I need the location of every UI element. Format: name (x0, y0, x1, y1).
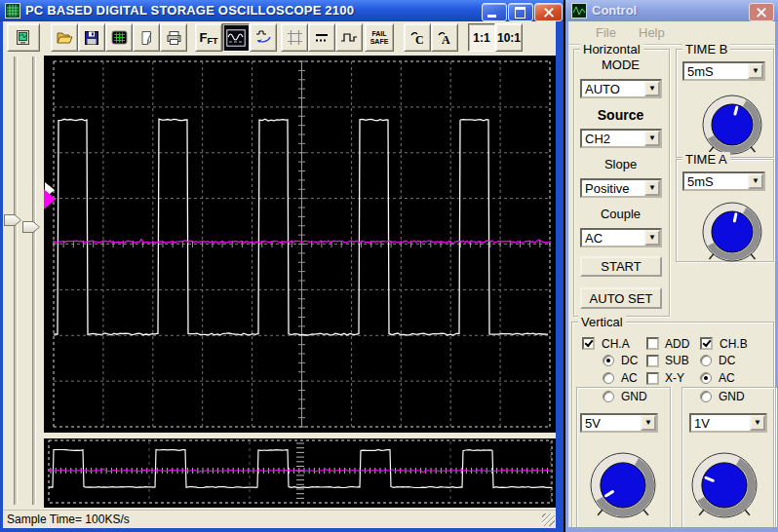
celsius-button[interactable]: C (404, 23, 431, 52)
line-style-button[interactable] (308, 23, 335, 52)
chb-ac-radio[interactable] (700, 372, 712, 384)
page-icon (138, 30, 154, 46)
dashed-line-icon (314, 31, 330, 45)
sub-checkbox[interactable] (646, 355, 659, 367)
time-a-select[interactable]: 5mS ▼ (682, 171, 765, 191)
horizontal-group-label: Horizontal (580, 42, 643, 57)
slope-value: Positive (585, 181, 630, 196)
chevron-down-icon[interactable]: ▼ (748, 63, 763, 79)
temp-c-icon: C (408, 29, 426, 47)
cha-gnd-radio[interactable] (603, 391, 614, 402)
cha-range-select[interactable]: 5V ▼ (580, 413, 658, 433)
slope-select[interactable]: Positive ▼ (580, 178, 662, 198)
open-folder-icon (57, 30, 73, 45)
cha-checkbox-label: CH.A (602, 337, 630, 351)
time-a-group: TIME A 5mS ▼ (676, 159, 774, 262)
fft-sub-label: FT (207, 36, 217, 46)
cha-dc-radio[interactable] (603, 355, 614, 366)
save-icon (84, 30, 99, 46)
pulse-button[interactable] (335, 23, 363, 52)
chevron-down-icon[interactable]: ▼ (641, 415, 656, 431)
print-button[interactable] (160, 23, 187, 52)
fft-button[interactable]: FFT (195, 23, 222, 52)
xy-checkbox[interactable] (646, 372, 659, 385)
vertical-group: Vertical CH.A ADD CH.B DC SUB DC AC X-Y … (571, 322, 774, 532)
time-a-knob[interactable] (693, 193, 771, 271)
time-b-group-label: TIME B (682, 42, 730, 57)
time-b-select[interactable]: 5mS ▼ (682, 61, 765, 81)
ampere-button[interactable]: A (431, 23, 458, 52)
add-checkbox[interactable] (646, 337, 659, 350)
time-a-group-label: TIME A (682, 152, 730, 167)
ratio-1-1-label: 1:1 (473, 31, 489, 45)
chb-checkbox-label: CH.B (720, 337, 748, 351)
notes-button[interactable] (133, 23, 160, 52)
chb-gnd-radio[interactable] (700, 391, 712, 402)
save-button[interactable] (78, 23, 105, 52)
chevron-down-icon[interactable]: ▼ (644, 81, 660, 96)
slope-label: Slope (574, 157, 667, 171)
preview-scope-display (44, 438, 556, 508)
position-slider-track-1[interactable] (14, 57, 18, 505)
control-close-button[interactable] (749, 3, 774, 21)
ratio-1-1-button[interactable]: 1:1 (468, 23, 495, 52)
chb-dc-label: DC (719, 354, 735, 367)
close-button[interactable] (534, 3, 563, 21)
control-titlebar: Control (565, 0, 778, 21)
cha-checkbox[interactable] (582, 337, 595, 350)
device-icon (15, 29, 32, 47)
chevron-down-icon[interactable]: ▼ (644, 180, 660, 196)
fail-safe-button[interactable]: FAILSAFE (365, 23, 394, 52)
chevron-down-icon[interactable]: ▼ (750, 415, 765, 431)
sample-rate-text: Sample Time= 100KS/s (7, 513, 130, 526)
cha-gain-knob[interactable] (582, 444, 664, 526)
menu-help[interactable]: Help (639, 25, 665, 40)
maximize-button[interactable] (508, 3, 533, 21)
mode-select[interactable]: AUTO ▼ (580, 79, 662, 98)
control-app-icon (571, 3, 587, 19)
chb-checkbox[interactable] (700, 337, 713, 350)
chb-gain-knob[interactable] (683, 444, 765, 526)
couple-value: AC (585, 231, 603, 246)
cha-gnd-label: GND (621, 390, 647, 403)
app-icon (5, 3, 20, 19)
toolbar: FFT (3, 21, 556, 54)
chevron-down-icon[interactable]: ▼ (644, 230, 660, 246)
resize-grip[interactable] (542, 513, 555, 526)
chevron-down-icon[interactable]: ▼ (644, 131, 660, 146)
source-label: Source (574, 107, 667, 123)
display-button[interactable] (105, 23, 133, 52)
window-title: PC BASED DIGITAL STORAGE OSCILLOSCOPE 21… (25, 3, 354, 18)
position-slider-track-2[interactable] (32, 57, 36, 505)
minimize-button[interactable] (482, 3, 507, 21)
frame-button[interactable] (281, 23, 308, 52)
menu-file[interactable]: File (596, 25, 616, 40)
start-button[interactable]: START (580, 256, 662, 277)
square-wave-icon (340, 30, 358, 45)
add-checkbox-label: ADD (665, 337, 689, 351)
undo-wave-icon (254, 29, 272, 46)
recall-wave-button[interactable] (250, 23, 277, 52)
time-b-group: TIME B 5mS ▼ (676, 49, 774, 158)
svg-text:C: C (415, 33, 424, 47)
chevron-down-icon[interactable]: ▼ (748, 173, 763, 189)
ratio-10-1-button[interactable]: 10:1 (495, 23, 523, 52)
ch1-trace (54, 119, 548, 335)
auto-set-button[interactable]: AUTO SET (580, 287, 662, 309)
chb-ac-label: AC (719, 371, 735, 385)
oscilloscope-window: PC BASED DIGITAL STORAGE OSCILLOSCOPE 21… (0, 0, 564, 532)
source-select[interactable]: CH2 ▼ (580, 129, 662, 148)
device-button[interactable] (7, 23, 40, 52)
couple-select[interactable]: AC ▼ (580, 228, 662, 247)
chb-range-select[interactable]: 1V ▼ (689, 413, 767, 433)
cha-ac-radio[interactable] (603, 372, 614, 384)
waveform-display-button[interactable] (222, 23, 250, 52)
fail-safe-label-1: FAIL (370, 30, 389, 38)
mode-label: MODE (574, 57, 667, 72)
control-bottom-border (565, 527, 778, 532)
open-button[interactable] (51, 23, 78, 52)
horizontal-group: Horizontal MODE AUTO ▼ Source CH2 ▼ Slop… (573, 49, 670, 317)
xy-checkbox-label: X-Y (665, 371, 684, 385)
chb-dc-radio[interactable] (700, 355, 712, 366)
waveform-icon (226, 29, 246, 47)
